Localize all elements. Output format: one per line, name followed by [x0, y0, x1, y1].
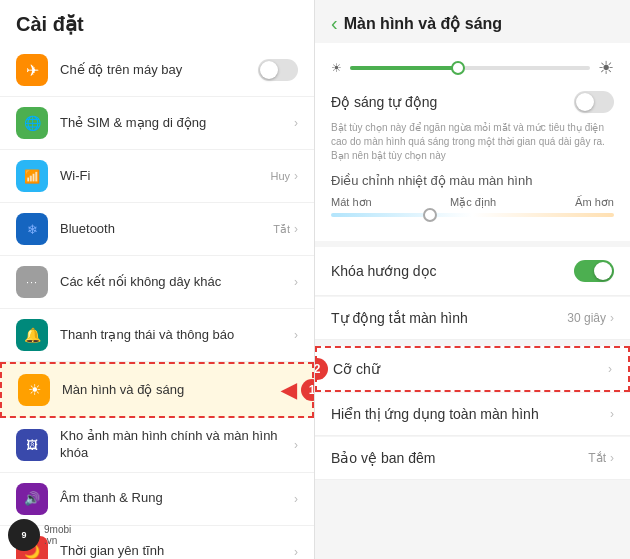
left-panel: Cài đặt ✈ Chế độ trên máy bay 🌐 Thẻ SIM …: [0, 0, 315, 559]
auto-brightness-toggle[interactable]: [574, 91, 614, 113]
watermark: 9 9mobi .vn: [8, 519, 71, 551]
notifications-icon: 🔔: [16, 319, 48, 351]
screen-label: Màn hình và độ sáng: [62, 382, 281, 399]
color-temp-options: Mát hơn Mặc định Ấm hơn: [331, 196, 614, 209]
screen-arrow: ◀: [281, 378, 296, 402]
quiet-label: Thời gian yên tĩnh: [60, 543, 294, 559]
sidebar-item-lockscreen[interactable]: 🖼 Kho ảnh màn hình chính và màn hình khó…: [0, 418, 314, 473]
sim-label: Thẻ SIM & mạng di động: [60, 115, 294, 132]
night-shield-label: Bảo vệ ban đêm: [331, 450, 588, 466]
sound-chevron: ›: [294, 492, 298, 506]
brightness-slider-fill: [350, 66, 458, 70]
color-temp-label: Điều chỉnh nhiệt độ màu màn hình: [331, 173, 614, 188]
wifi-badge: Huy: [270, 170, 290, 182]
bluetooth-label: Bluetooth: [60, 221, 273, 238]
auto-brightness-desc: Bật tùy chọn này để ngăn ngừa mỏi mắt và…: [331, 121, 614, 163]
wifi-chevron: ›: [294, 169, 298, 183]
left-header: Cài đặt: [0, 0, 314, 44]
right-item-lock-orientation[interactable]: Khóa hướng dọc: [315, 247, 630, 296]
bluetooth-icon: ❄: [16, 213, 48, 245]
auto-off-value: 30 giây: [567, 311, 606, 325]
font-size-label: Cỡ chữ: [333, 361, 608, 377]
color-temp-thumb: [423, 208, 437, 222]
sidebar-item-other-connections[interactable]: ··· Các kết nối không dây khác ›: [0, 256, 314, 309]
font-size-chevron: ›: [608, 362, 612, 376]
notifications-label: Thanh trạng thái và thông báo: [60, 327, 294, 344]
sidebar-item-bluetooth[interactable]: ❄ Bluetooth Tắt ›: [0, 203, 314, 256]
right-content: ☀ ☀ Độ sáng tự động Bật tùy chọn này để …: [315, 43, 630, 559]
sound-label: Âm thanh & Rung: [60, 490, 294, 507]
lockscreen-label: Kho ảnh màn hình chính và màn hình khóa: [60, 428, 294, 462]
color-warm-label: Ấm hơn: [575, 196, 614, 209]
auto-off-chevron: ›: [610, 311, 614, 325]
settings-list: ✈ Chế độ trên máy bay 🌐 Thẻ SIM & mạng d…: [0, 44, 314, 559]
brightness-low-icon: ☀: [331, 61, 342, 75]
right-title: Màn hình và độ sáng: [344, 14, 502, 33]
screen-icon: ☀: [18, 374, 50, 406]
step2-badge: 2: [315, 358, 328, 380]
sim-icon: 🌐: [16, 107, 48, 139]
sound-icon: 🔊: [16, 483, 48, 515]
brightness-slider-track[interactable]: [350, 66, 590, 70]
step1-badge: 1: [301, 379, 314, 401]
notifications-chevron: ›: [294, 328, 298, 342]
brightness-high-icon: ☀: [598, 57, 614, 79]
lockscreen-icon: 🖼: [16, 429, 48, 461]
sidebar-item-wifi[interactable]: 📶 Wi-Fi Huy ›: [0, 150, 314, 203]
other-connections-chevron: ›: [294, 275, 298, 289]
auto-brightness-label: Độ sáng tự động: [331, 94, 437, 110]
quiet-chevron: ›: [294, 545, 298, 559]
sidebar-item-screen[interactable]: ☀ Màn hình và độ sáng ◀ 1: [0, 362, 314, 418]
bluetooth-chevron: ›: [294, 222, 298, 236]
right-item-font-size[interactable]: Cỡ chữ › 2: [315, 346, 630, 392]
night-shield-chevron: ›: [610, 451, 614, 465]
full-screen-label: Hiển thị ứng dụng toàn màn hình: [331, 406, 610, 422]
watermark-logo: 9: [8, 519, 40, 551]
airplane-toggle[interactable]: [258, 59, 298, 81]
page-title: Cài đặt: [16, 13, 84, 35]
color-default-label: Mặc định: [450, 196, 496, 209]
night-shield-value: Tắt: [588, 451, 606, 465]
auto-off-label: Tự động tắt màn hình: [331, 310, 567, 326]
back-icon[interactable]: ‹: [331, 12, 338, 35]
wifi-label: Wi-Fi: [60, 168, 270, 185]
sidebar-item-airplane[interactable]: ✈ Chế độ trên máy bay: [0, 44, 314, 97]
brightness-slider-thumb: [451, 61, 465, 75]
other-connections-icon: ···: [16, 266, 48, 298]
right-item-night-shield[interactable]: Bảo vệ ban đêm Tắt ›: [315, 437, 630, 480]
right-header: ‹ Màn hình và độ sáng: [315, 0, 630, 43]
wifi-icon: 📶: [16, 160, 48, 192]
sidebar-item-sound[interactable]: 🔊 Âm thanh & Rung ›: [0, 473, 314, 526]
right-item-auto-off[interactable]: Tự động tắt màn hình 30 giây ›: [315, 297, 630, 340]
full-screen-chevron: ›: [610, 407, 614, 421]
other-connections-label: Các kết nối không dây khác: [60, 274, 294, 291]
sidebar-item-sim[interactable]: 🌐 Thẻ SIM & mạng di động ›: [0, 97, 314, 150]
right-panel: ‹ Màn hình và độ sáng ☀ ☀ Độ sáng tự độn…: [315, 0, 630, 559]
brightness-slider-row: ☀ ☀: [331, 57, 614, 79]
sim-chevron: ›: [294, 116, 298, 130]
lock-orientation-label: Khóa hướng dọc: [331, 263, 574, 279]
airplane-icon: ✈: [16, 54, 48, 86]
watermark-text: 9mobi .vn: [44, 524, 71, 546]
color-mat-label: Mát hơn: [331, 196, 372, 209]
color-temp-slider[interactable]: [331, 213, 614, 217]
sidebar-item-notifications[interactable]: 🔔 Thanh trạng thái và thông báo ›: [0, 309, 314, 362]
lockscreen-chevron: ›: [294, 438, 298, 452]
brightness-section: ☀ ☀ Độ sáng tự động Bật tùy chọn này để …: [315, 43, 630, 241]
bluetooth-badge: Tắt: [273, 223, 290, 236]
right-item-full-screen[interactable]: Hiển thị ứng dụng toàn màn hình ›: [315, 393, 630, 436]
auto-brightness-row: Độ sáng tự động: [331, 91, 614, 113]
lock-orientation-toggle[interactable]: [574, 260, 614, 282]
airplane-label: Chế độ trên máy bay: [60, 62, 258, 79]
